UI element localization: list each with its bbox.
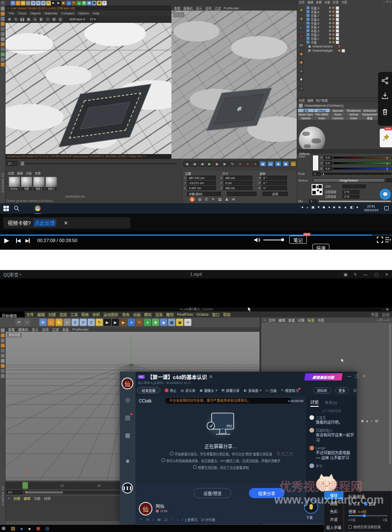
transport-button[interactable]: ◆: [275, 161, 282, 167]
qq-player-logo[interactable]: QQ影音: [3, 271, 19, 278]
coord-value[interactable]: 4.347 cm: [187, 186, 216, 190]
menu-item[interactable]: 窗口: [212, 312, 220, 317]
transport-button[interactable]: ▶: [206, 161, 213, 167]
minimize-button[interactable]: —: [347, 374, 351, 378]
viewport2-image[interactable]: ✻: [171, 11, 297, 159]
channel-tab[interactable]: Opacity: [298, 116, 314, 120]
menu-item[interactable]: 标签: [308, 318, 315, 323]
tray-glyph[interactable]: ✎: [211, 197, 215, 201]
menu-item[interactable]: 编辑: [307, 0, 313, 4]
download-icon[interactable]: [381, 92, 389, 99]
timeline-slider[interactable]: [20, 163, 177, 164]
transport-button[interactable]: ↻: [229, 161, 236, 167]
menu-item[interactable]: 文件: [299, 0, 305, 4]
octane-tool-icon[interactable]: ☀: [298, 7, 304, 14]
toolbar-icon[interactable]: ◆: [160, 319, 167, 326]
menu-item[interactable]: ProRender: [72, 328, 89, 331]
menu-item[interactable]: 查看: [288, 318, 295, 323]
tray-glyph[interactable]: ◍: [198, 197, 202, 201]
menu-item[interactable]: 书签: [341, 0, 347, 4]
toolbar-icon[interactable]: ●: [144, 319, 151, 326]
tray-glyph[interactable]: ✆: [205, 197, 208, 201]
lv-tool-icon[interactable]: ↻: [14, 17, 18, 22]
more-button[interactable]: 更多: [335, 387, 349, 394]
host-avatar[interactable]: 仙: [139, 502, 152, 515]
toolbar-icon[interactable]: ▶: [56, 1, 61, 6]
quiz-button[interactable]: ✎随堂练习: [281, 388, 299, 393]
menu-item[interactable]: 渲染: [155, 312, 163, 317]
float-value[interactable]: 1: [312, 172, 321, 176]
transport-button[interactable]: ▥: [290, 161, 297, 167]
channel-tab[interactable]: Roughness: [346, 109, 362, 112]
transport-button[interactable]: ●: [244, 161, 251, 167]
octane-tool-icon[interactable]: ▼: [298, 77, 304, 83]
menu-item[interactable]: 书签: [317, 318, 324, 323]
whiteboard-button[interactable]: ▭白板: [265, 388, 277, 393]
close-button[interactable]: ✕: [362, 374, 366, 378]
frame-counter[interactable]: 0 F: [6, 490, 22, 494]
channel-tab[interactable]: Common: [330, 116, 346, 120]
menu-item[interactable]: 功能: [26, 171, 32, 175]
menu-item[interactable]: 帮助: [223, 312, 231, 317]
toolbar-icon[interactable]: ▣: [97, 1, 102, 6]
toolbar-icon[interactable]: ↶: [15, 319, 22, 326]
menu-item[interactable]: 文件: [26, 312, 34, 317]
tray-glyph[interactable]: ✉: [232, 197, 235, 201]
taskbar-app-icon[interactable]: ●: [20, 526, 23, 531]
palette-icon[interactable]: [1, 7, 5, 11]
octane-tool-icon[interactable]: ●: [298, 33, 304, 39]
menu-item[interactable]: Octane: [196, 312, 209, 317]
octane-tool-icon[interactable]: ◔: [298, 85, 304, 91]
toolbar-icon[interactable]: ●: [77, 1, 81, 6]
volume-icon[interactable]: [254, 237, 261, 243]
palette-icon[interactable]: [1, 32, 5, 36]
mic-mode-label[interactable]: 上麦模式: [184, 517, 198, 522]
res-dropdown[interactable]: 2T ▾: [88, 17, 97, 22]
toolbar-icon[interactable]: ✎: [46, 1, 51, 6]
trash-icon[interactable]: [381, 108, 389, 116]
menu-item[interactable]: 对象: [324, 0, 330, 4]
toolbar-icon[interactable]: ✎: [136, 319, 143, 326]
channel-tab[interactable]: Film Width: [314, 113, 330, 116]
menu-item[interactable]: 过滤: [215, 6, 221, 11]
tray-icon[interactable]: ♥: [317, 205, 320, 209]
menu-item[interactable]: 创建: [14, 496, 20, 501]
material-thumbnail[interactable]: 材质.1: [33, 177, 44, 190]
toolbar-icon[interactable]: X: [31, 1, 36, 6]
channel-tab[interactable]: 覆盖: [362, 116, 378, 120]
toolbar-icon[interactable]: ▦: [168, 319, 175, 326]
menu-item[interactable]: 编辑: [37, 312, 45, 317]
toolbar-icon[interactable]: Y: [36, 1, 41, 6]
toolbar-icon[interactable]: X: [72, 319, 79, 326]
more-small-icon[interactable]: ⋮: [171, 518, 174, 521]
channel-tab[interactable]: 基本: [298, 109, 314, 112]
toolbar-icon[interactable]: ●: [128, 319, 135, 326]
toolbar-icon[interactable]: ❀: [82, 1, 86, 6]
lv-tool-icon[interactable]: ▣: [26, 17, 31, 22]
object-row[interactable]: 平面: [306, 40, 391, 44]
tray-icon[interactable]: ◈: [338, 205, 341, 209]
channel-tab[interactable]: Sheen Spec: [298, 113, 314, 116]
menu-item[interactable]: 动画: [133, 312, 141, 317]
toolbar-icon[interactable]: ◱: [16, 1, 20, 6]
menu-item[interactable]: File: [9, 11, 14, 15]
cctalk-avatar[interactable]: 仙: [121, 378, 133, 389]
maximize-button[interactable]: ▢: [355, 374, 359, 378]
tray-icon[interactable]: ◒: [306, 205, 309, 209]
play-button[interactable]: ▶: [4, 237, 9, 244]
tray-icon[interactable]: ▣: [312, 205, 315, 209]
attribute-header-icons[interactable]: ◀▲⌂▤: [361, 419, 378, 423]
start-button[interactable]: [3, 206, 9, 211]
palette-icon[interactable]: [1, 17, 5, 21]
window-button[interactable]: ϟ: [354, 272, 356, 277]
settings-preview-button[interactable]: 设置/预览: [194, 488, 231, 498]
taskbar-app-icon[interactable]: ●: [28, 526, 31, 531]
menu-item[interactable]: 面板: [62, 327, 69, 332]
coord-value[interactable]: 0 cm: [224, 181, 252, 185]
menu-item[interactable]: 功能: [34, 496, 41, 501]
apply-button[interactable]: 应用: [262, 192, 288, 196]
window-button[interactable]: ▣: [343, 272, 347, 277]
border-blur-value[interactable]: 2 %: [342, 190, 359, 194]
tab-discussion[interactable]: 讨论: [310, 399, 319, 407]
octane-tool-icon[interactable]: ▭: [298, 42, 304, 48]
